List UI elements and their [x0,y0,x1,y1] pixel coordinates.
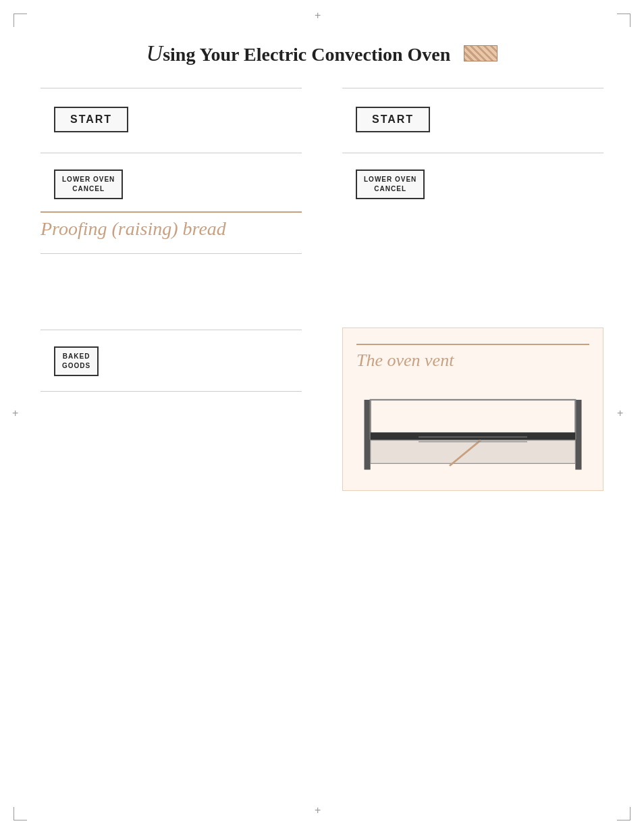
title-cursive-u: U [146,41,163,66]
right-lower-oven-line1: LOWER OVEN [364,175,417,184]
left-lower-oven-cancel-button[interactable]: LOWER OVEN CANCEL [54,170,123,199]
rule-r1 [342,88,603,88]
left-empty-section [41,253,302,254]
svg-rect-3 [371,432,576,440]
rule-5 [41,391,302,392]
baked-goods-section: BAKED GOODS [41,330,302,392]
left-column: START LOWER OVEN CANCEL Proofing (raisin… [41,80,322,491]
left-lower-oven-section: LOWER OVEN CANCEL Proofing (raising) bre… [41,153,302,240]
right-start-section: START [342,88,603,139]
baked-goods-button[interactable]: BAKED GOODS [54,346,99,376]
oven-diagram-svg [356,384,589,477]
right-lower-oven-section: LOWER OVEN CANCEL [342,153,603,206]
baked-goods-line2: GOODS [62,361,90,371]
lower-oven-line1: LOWER OVEN [62,175,115,184]
right-column: START LOWER OVEN CANCEL [322,80,603,491]
baked-goods-line1: BAKED [62,352,90,361]
right-lower-oven-line2: CANCEL [364,184,417,194]
right-empty-section-1 [342,219,603,314]
oven-vent-rule [356,344,589,345]
rule-2 [41,153,302,153]
main-columns: START LOWER OVEN CANCEL Proofing (raisin… [41,80,603,491]
left-start-section: START [41,88,302,139]
rule-r2 [342,153,603,153]
oven-vent-section: The oven vent [342,328,603,491]
lower-oven-line2: CANCEL [62,184,115,194]
oven-vent-title: The oven vent [356,350,589,371]
rule-4 [41,330,302,330]
left-start-button[interactable]: START [54,107,128,132]
svg-rect-1 [575,400,581,470]
right-start-button[interactable]: START [356,107,430,132]
svg-rect-0 [365,400,371,470]
brand-logo [464,45,498,61]
page-header: Using Your Electric Convection Oven [41,41,603,66]
rule-1 [41,88,302,88]
oven-diagram [356,384,589,480]
rule-3 [41,253,302,254]
title-rest: sing Your Electric Convection Oven [163,44,450,65]
proofing-heading: Proofing (raising) bread [41,218,302,240]
svg-rect-4 [371,440,576,464]
page-title: Using Your Electric Convection Oven [146,41,451,66]
rule-salmon-1 [41,211,302,213]
right-lower-oven-cancel-button[interactable]: LOWER OVEN CANCEL [356,170,425,199]
